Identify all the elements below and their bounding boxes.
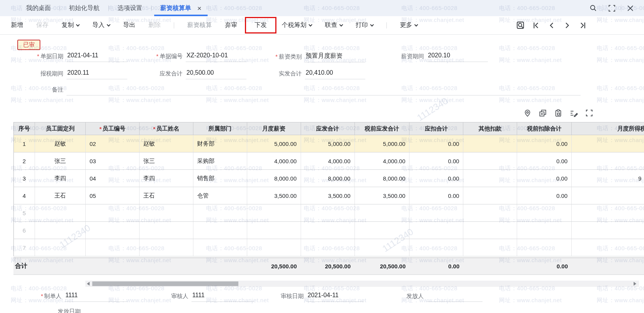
cell-monthly_tax[interactable] [572,152,644,169]
maximize-icon[interactable] [608,5,616,12]
cell-monthly_tax[interactable] [572,204,644,221]
cell-payable[interactable]: 5,000.00 [301,135,355,152]
cell-code[interactable] [86,239,140,256]
cell-fixed[interactable]: 张三 [35,152,86,169]
toolbar-button-payroll-calc[interactable]: 薪资核算 [187,21,212,29]
cell-dept[interactable]: 采购部 [193,152,247,169]
cell-dept[interactable]: 销售部 [193,170,247,187]
field-issuer-value[interactable] [427,292,483,302]
cell-monthly[interactable]: 8,000.00 [247,170,301,187]
tab-my-desktop[interactable]: 我的桌面 [22,0,55,16]
cell-dept[interactable]: 仓管 [193,187,247,204]
field-actual-total-value[interactable]: 20,410.00 [305,69,365,79]
cell-monthly[interactable] [247,204,301,221]
cell-pretax_payable[interactable] [355,204,410,221]
cell-pretax_payable[interactable]: 4,000.00 [355,152,410,169]
cell-no[interactable]: 7 [14,239,35,256]
cell-code[interactable] [86,204,140,221]
cell-monthly_tax[interactable] [572,239,644,256]
cell-other_deduction[interactable] [463,222,517,239]
cell-payable[interactable]: 4,000.00 [301,152,355,169]
cell-no[interactable]: 3 [14,170,35,187]
cell-deductions[interactable]: 0.00 [409,135,463,152]
cell-code[interactable]: 05 [86,187,140,204]
cell-no[interactable]: 1 [14,135,35,152]
field-salary-period-value[interactable]: 2020.10 [427,52,488,62]
cell-pretax_deduction[interactable]: 0.00 [517,152,572,169]
field-payable-total-value[interactable]: 20,500.00 [186,69,246,79]
cell-name[interactable]: 赵敏 [140,135,193,152]
cell-monthly[interactable]: 3,500.00 [247,187,301,204]
cell-pretax_deduction[interactable] [517,222,572,239]
tab-close-icon[interactable]: × [197,5,201,12]
locate-icon[interactable] [524,109,531,117]
cell-monthly[interactable] [247,239,301,256]
field-review-date-value[interactable]: 2021-04-11 [307,292,364,302]
cell-deductions[interactable]: 0.00 [409,170,463,187]
cell-dept[interactable] [193,204,247,221]
cell-code[interactable]: 02 [86,135,140,152]
cell-monthly_tax[interactable]: 9 [572,170,644,187]
cell-other_deduction[interactable] [463,170,517,187]
toolbar-button-add[interactable]: 新增 [11,21,23,29]
cell-payable[interactable] [301,239,355,256]
cell-fixed[interactable] [35,222,86,239]
cell-dept[interactable] [193,239,247,256]
field-bill-date-value[interactable]: 2021-04-11 [67,52,127,62]
prev-record-icon[interactable] [548,22,556,29]
cell-code[interactable]: 04 [86,170,140,187]
cell-dept[interactable] [193,222,247,239]
toolbar-button-unapprove[interactable]: 弃审 [225,21,237,29]
cell-fixed[interactable]: 赵敏 [35,135,86,152]
tab-option-settings[interactable]: 选项设置 [114,0,146,16]
tab-init-nav[interactable]: 初始化导航 [65,0,103,16]
cell-other_deduction[interactable] [463,187,517,204]
copy-add-icon[interactable] [539,109,547,117]
cell-no[interactable]: 5 [14,204,35,221]
cell-payable[interactable]: 8,000.00 [301,170,355,187]
cell-monthly_tax[interactable] [572,222,644,239]
last-record-icon[interactable] [579,22,586,29]
cell-deductions[interactable] [409,222,463,239]
cell-monthly[interactable]: 4,000.00 [247,152,301,169]
cell-monthly_tax[interactable] [572,135,644,152]
cell-fixed[interactable] [35,239,86,256]
scroll-right-arrow-icon[interactable] [634,282,636,286]
cell-other_deduction[interactable] [463,152,517,169]
cell-name[interactable] [140,239,193,256]
field-reviewer-value[interactable]: 1111 [191,292,254,302]
cell-pretax_deduction[interactable]: 0.00 [517,187,572,204]
scroll-left-arrow-icon[interactable] [87,282,90,286]
cell-name[interactable] [140,222,193,239]
toolbar-button-tax-planning[interactable]: 个税筹划 [282,21,312,29]
cell-monthly_tax[interactable] [572,187,644,204]
cell-name[interactable]: 李四 [140,170,193,187]
cell-pretax_deduction[interactable] [517,239,572,256]
toolbar-button-link-query[interactable]: 联查 [325,21,343,29]
cell-monthly[interactable]: 5,000.00 [247,135,301,152]
cell-pretax_payable[interactable]: 5,000.00 [355,135,410,152]
cell-pretax_payable[interactable]: 8,000.00 [354,170,409,187]
cell-pretax_deduction[interactable]: 0.00 [517,170,572,187]
cell-no[interactable]: 6 [14,222,35,239]
toolbar-button-print[interactable]: 打印 [356,21,373,29]
toolbar-button-export[interactable]: 导出 [123,21,135,29]
toolbar-button-import[interactable]: 导入 [92,21,110,29]
cell-monthly[interactable] [247,222,301,239]
toolbar-button-issue[interactable]: 下发 [245,17,276,33]
cell-pretax_payable[interactable] [355,222,410,239]
field-salary-type-value[interactable]: 预置月度薪资 [305,52,365,62]
grid-fullscreen-icon[interactable] [586,109,593,117]
cell-other_deduction[interactable] [463,239,517,256]
field-bill-no-value[interactable]: XZ-2020-10-01 [186,52,246,62]
cell-code[interactable] [86,222,140,239]
cell-deductions[interactable] [409,239,463,256]
cell-no[interactable]: 4 [14,187,35,204]
field-maker-value[interactable]: 1111 [65,292,127,302]
next-record-icon[interactable] [563,22,571,29]
cell-code[interactable]: 03 [86,152,140,169]
close-icon[interactable] [627,5,634,12]
field-remark-value[interactable] [67,85,581,95]
batch-edit-icon[interactable] [570,109,578,117]
cell-fixed[interactable]: 王石 [35,187,86,204]
